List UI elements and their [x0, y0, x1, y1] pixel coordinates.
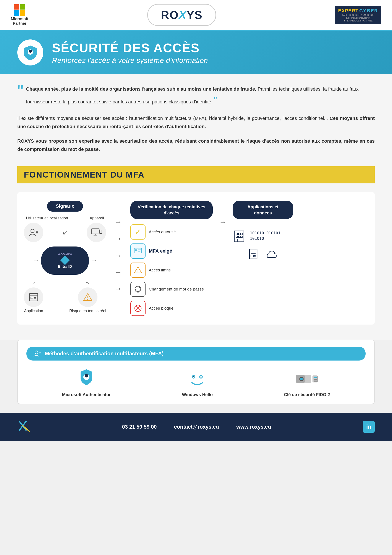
verify-column: Vérification de chaque tentatives d'accè… [130, 201, 213, 316]
svg-rect-61 [314, 379, 315, 380]
app-circle [24, 287, 43, 307]
access-items: ✓ Accès autorisé MFA exigé [130, 224, 213, 316]
svg-rect-35 [238, 236, 240, 238]
mfa-title-bar: FONCTIONNEMENT DU MFA [17, 166, 375, 183]
fido2-label: Clé de sécurité FIDO 2 [284, 392, 330, 397]
ms-partner-text: MicrosoftPartner [11, 17, 28, 26]
footer-x-logo [17, 419, 30, 432]
arrow1: → [115, 218, 122, 226]
footer-email: contact@roxys.eu [174, 424, 219, 430]
fido2-method: Clé de sécurité FIDO 2 [284, 369, 330, 397]
cloud-content: Annuaire Entra ID [58, 252, 72, 269]
svg-point-58 [300, 378, 303, 380]
svg-rect-37 [237, 239, 241, 242]
footer-contact: 03 21 59 59 00 contact@roxys.eu www.roxy… [122, 424, 271, 430]
access5-label: Accès bloqué [149, 306, 173, 311]
arrow4: → [115, 268, 122, 276]
svg-point-19 [135, 249, 137, 251]
svg-rect-60 [314, 377, 317, 378]
expert-cyber-badge: EXPERT CYBER LABEL SÉCURITÉ NUMÉRIQUE cy… [335, 6, 381, 24]
footer-website: www.roxys.eu [236, 424, 271, 430]
info-para-1: Il existe différents moyens de sécuriser… [17, 114, 375, 131]
cyber-text: CYBER [359, 8, 378, 14]
mfa-section: FONCTIONNEMENT DU MFA Signaux Utilisateu… [0, 166, 392, 340]
header: MicrosoftPartner ROXYS EXPERT CYBER LABE… [0, 0, 392, 31]
access-password: Changement de mot de passe [130, 282, 213, 297]
svg-point-2 [31, 229, 34, 233]
refresh-icon-circle [130, 282, 146, 297]
mfa-icon-circle [130, 243, 146, 259]
access2-label: MFA exigé [149, 248, 172, 254]
device-icon [91, 227, 102, 238]
hello-svg [188, 369, 207, 389]
risk-label: Risque en temps réel [69, 309, 106, 313]
user-icon [28, 227, 39, 238]
svg-rect-34 [236, 236, 238, 238]
svg-rect-20 [138, 249, 141, 250]
access-limite: Accès limité [130, 263, 213, 278]
check-icon-circle: ✓ [130, 224, 146, 240]
arrow2: → [115, 235, 122, 243]
mfa-methods-grid: Microsoft Authenticator Windows Hello [26, 367, 366, 397]
building-svg [233, 228, 246, 243]
apps-row2 [248, 248, 278, 262]
shield-svg [22, 44, 39, 61]
ms-authenticator-method: Microsoft Authenticator [62, 367, 111, 397]
quote-bold-text: Chaque année, plus de la moitié des orga… [26, 86, 257, 92]
roxys-logo: ROXYS [147, 4, 216, 26]
binary-text: 101010 010101 101010 [250, 230, 293, 241]
app-icon [28, 292, 39, 303]
warning-icon [133, 266, 143, 275]
signal-labels: Utilisateur et localisation Appareil [24, 216, 106, 220]
arrow-app: ↗ [32, 280, 36, 286]
mfa-header-icon [33, 349, 42, 358]
access1-label: Accès autorisé [149, 230, 176, 234]
mfa-screen-icon [133, 247, 143, 256]
svg-point-44 [35, 351, 38, 354]
para1-text: Il existe différents moyens de sécuriser… [17, 116, 328, 121]
app-label: Application [24, 309, 43, 313]
check-mark: ✓ [135, 227, 142, 237]
cloud-row: → Annuaire Entra ID → [33, 244, 97, 277]
cloud-svg [265, 248, 278, 261]
signal-icons-row: ↙ [24, 223, 106, 242]
svg-rect-12 [31, 297, 33, 299]
cloud-diamond [60, 256, 70, 265]
close-quote: " [214, 96, 217, 105]
bottom-signal-row: ↗ Application ↖ [24, 280, 106, 313]
footer-phone: 03 21 59 59 00 [122, 424, 157, 430]
hero-title: SÉCURITÉ DES ACCÈS [52, 41, 375, 55]
svg-rect-36 [241, 236, 242, 238]
roxys-logo-text: ROXYS [161, 8, 202, 22]
apps-pill: Applications et données [233, 201, 293, 219]
ms-partner-logo: MicrosoftPartner [11, 4, 28, 26]
arrow-set: → → → → → [115, 201, 122, 293]
building-icon [233, 228, 246, 244]
arrow-from-cloud: → [91, 257, 97, 264]
hero-text-block: SÉCURITÉ DES ACCÈS Renforcez l'accès à v… [52, 41, 375, 65]
hero-shield-icon [17, 39, 43, 66]
fido2-svg [295, 369, 319, 389]
risk-signal: ↖ Risque en temps réel [69, 280, 106, 313]
main-content: " Chaque année, plus de la moitié des or… [0, 74, 392, 166]
refresh-icon [133, 285, 143, 294]
svg-point-54 [200, 376, 201, 377]
arrow5: → [115, 285, 122, 293]
arrow-to-cloud: → [33, 257, 39, 264]
access-autorise: ✓ Accès autorisé [130, 224, 213, 240]
windows-hello-label: Windows Hello [182, 392, 213, 397]
hero-subtitle: Renforcez l'accès à votre système d'info… [52, 56, 375, 65]
center-arrows: → → → → → [113, 201, 124, 293]
user-circle [24, 223, 43, 242]
document-svg [248, 248, 261, 261]
linkedin-icon[interactable]: in [363, 421, 375, 433]
ms-auth-svg [77, 367, 96, 389]
fido2-icon [295, 369, 319, 390]
expert-text: EXPERT [338, 8, 358, 14]
expert-sub1: LABEL SÉCURITÉ NUMÉRIQUE [338, 14, 378, 16]
svg-rect-41 [251, 255, 253, 257]
signal2-label: Appareil [90, 216, 104, 220]
ms-auth-label: Microsoft Authenticator [62, 392, 111, 397]
info-para-2: ROXYS vous propose son expertise avec la… [17, 137, 375, 153]
quote-block: " Chaque année, plus de la moitié des or… [17, 85, 375, 108]
